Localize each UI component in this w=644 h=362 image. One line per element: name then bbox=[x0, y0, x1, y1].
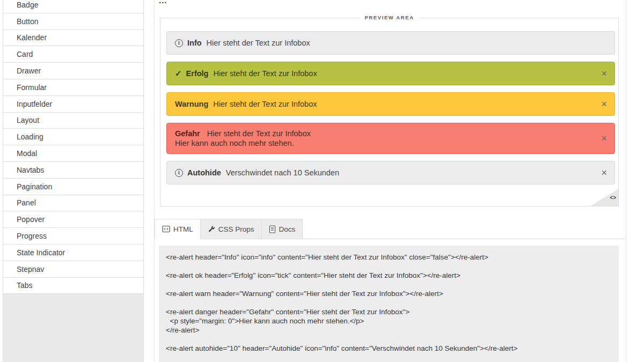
close-icon[interactable]: × bbox=[601, 168, 607, 178]
code-text: <re-alert header="Info" icon="info" cont… bbox=[166, 253, 612, 353]
truncated-text: ... bbox=[159, 0, 167, 5]
tab-html[interactable]: HTML bbox=[155, 219, 201, 239]
tab-label: HTML bbox=[173, 225, 193, 233]
sidebar-item-panel[interactable]: Panel bbox=[3, 195, 143, 212]
sidebar-item-label: Formular bbox=[17, 83, 47, 92]
tab-label: Docs bbox=[279, 225, 296, 233]
alert-content-line2: Hier kann auch noch mehr stehen. bbox=[175, 138, 294, 148]
sidebar-item-tabs[interactable]: Tabs bbox=[3, 278, 143, 294]
sidebar-item-loading[interactable]: Loading bbox=[3, 129, 143, 145]
sidebar-item-label: Drawer bbox=[17, 67, 41, 75]
code-block: <re-alert header="Info" icon="info" cont… bbox=[159, 246, 619, 362]
tab-label: CSS Props bbox=[218, 225, 254, 233]
alert-header: Gefahr bbox=[175, 129, 200, 138]
sidebar-item-label: Card bbox=[17, 50, 33, 58]
sidebar-item-layout[interactable]: Layout bbox=[3, 113, 143, 129]
sidebar-item-label: Pagination bbox=[17, 182, 52, 191]
component-sidebar: Badge Button Kalender Card Drawer Formul… bbox=[3, 0, 144, 362]
preview-area-legend: PREVIEW AREA bbox=[359, 14, 419, 20]
alert-success: ✓ Erfolg Hier steht der Text zur Infobox… bbox=[166, 62, 615, 85]
alert-danger: Gefahr Hier steht der Text zur Infobox H… bbox=[166, 123, 615, 154]
sidebar-item-label: Popover bbox=[17, 215, 45, 224]
alert-header: Autohide bbox=[187, 168, 221, 177]
sidebar-item-button[interactable]: Button bbox=[3, 13, 143, 30]
tab-docs[interactable]: Docs bbox=[262, 219, 303, 239]
sidebar-item-inputfelder[interactable]: Inputfelder bbox=[3, 96, 143, 113]
sidebar-item-popover[interactable]: Popover bbox=[3, 211, 143, 228]
alert-header: Warnung bbox=[175, 100, 208, 108]
info-circle-icon: i bbox=[175, 39, 183, 47]
sidebar-item-label: Inputfelder bbox=[17, 100, 52, 108]
code-brackets-icon: <> bbox=[610, 195, 616, 201]
doc-tabbar: HTML CSS Props Docs bbox=[155, 219, 626, 239]
sidebar-item-label: Loading bbox=[17, 132, 43, 141]
sidebar-item-label: Kalender bbox=[17, 33, 47, 42]
sidebar-item-navtabs[interactable]: Navtabs bbox=[3, 162, 143, 179]
sidebar-item-label: Modal bbox=[17, 149, 37, 158]
alert-content: Hier steht der Text zur Infobox bbox=[207, 129, 311, 138]
sidebar-item-card[interactable]: Card bbox=[3, 46, 143, 63]
sidebar-item-stepnav[interactable]: Stepnav bbox=[3, 261, 143, 278]
alert-info: i Info Hier steht der Text zur Infobox bbox=[166, 31, 615, 55]
tab-css-props[interactable]: CSS Props bbox=[201, 219, 262, 239]
alert-warning: Warnung Hier steht der Text zur Infobox … bbox=[166, 92, 615, 116]
check-icon: ✓ bbox=[175, 69, 182, 78]
resize-grip[interactable]: <> bbox=[590, 189, 618, 206]
sidebar-item-state-indicator[interactable]: State Indicator bbox=[3, 245, 143, 261]
sidebar-item-progress[interactable]: Progress bbox=[3, 228, 143, 245]
sidebar-item-label: Badge bbox=[17, 1, 38, 9]
sidebar-item-label: Stepnav bbox=[17, 265, 44, 274]
sidebar-item-label: Progress bbox=[17, 232, 47, 240]
sidebar-item-kalender[interactable]: Kalender bbox=[3, 30, 143, 47]
sidebar-item-label: Button bbox=[17, 17, 38, 26]
alert-content: Hier steht der Text zur Infobox bbox=[213, 100, 317, 108]
sidebar-item-badge[interactable]: Badge bbox=[3, 0, 143, 13]
sidebar-item-modal[interactable]: Modal bbox=[3, 145, 143, 162]
alert-content: Hier steht der Text zur Infobox bbox=[207, 39, 310, 47]
alert-header: Info bbox=[187, 39, 202, 47]
document-icon bbox=[269, 225, 276, 233]
close-icon[interactable]: × bbox=[601, 69, 607, 78]
wrench-icon bbox=[208, 225, 215, 233]
close-icon[interactable]: × bbox=[601, 134, 607, 143]
sidebar-item-pagination[interactable]: Pagination bbox=[3, 179, 143, 195]
close-icon[interactable]: × bbox=[601, 99, 607, 109]
sidebar-item-formular[interactable]: Formular bbox=[3, 79, 143, 96]
sidebar-item-label: Panel bbox=[17, 198, 36, 207]
alert-content: Hier steht der Text zur Infobox bbox=[213, 69, 317, 78]
code-icon bbox=[162, 225, 170, 233]
sidebar-item-label: Tabs bbox=[17, 281, 33, 290]
sidebar-item-drawer[interactable]: Drawer bbox=[3, 63, 143, 79]
preview-area: PREVIEW AREA i Info Hier steht der Text … bbox=[160, 18, 619, 206]
info-circle-icon: i bbox=[175, 169, 183, 177]
alert-content: Verschwindet nach 10 Sekunden bbox=[226, 168, 339, 177]
alert-header: Erfolg bbox=[186, 69, 209, 78]
main-panel: ... PREVIEW AREA i Info Hier steht der T… bbox=[154, 0, 626, 362]
sidebar-item-label: Navtabs bbox=[17, 166, 44, 174]
alert-autohide: i Autohide Verschwindet nach 10 Sekunden… bbox=[166, 161, 615, 184]
sidebar-item-label: State Indicator bbox=[17, 248, 65, 257]
sidebar-item-label: Layout bbox=[17, 116, 39, 124]
